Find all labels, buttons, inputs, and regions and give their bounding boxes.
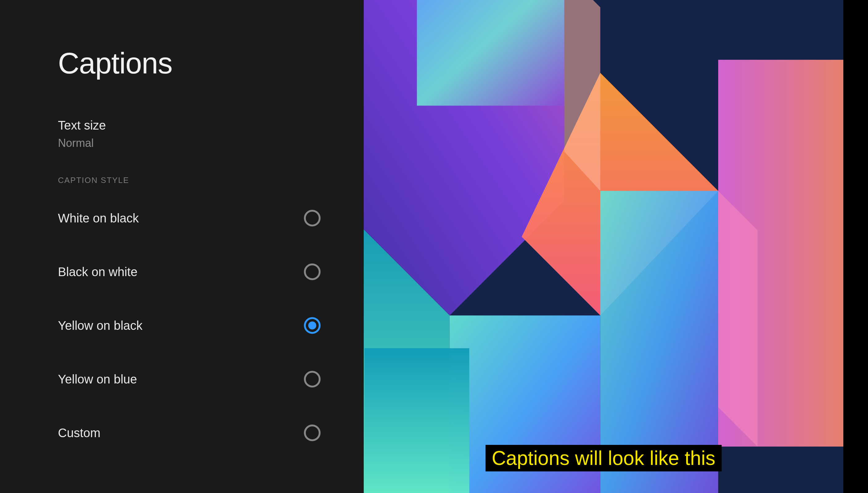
style-label: Black on white (58, 265, 137, 279)
text-size-value: Normal (58, 137, 106, 150)
text-size-row[interactable]: Text size Normal (58, 108, 321, 160)
style-yellow-on-black[interactable]: Yellow on black (58, 299, 321, 352)
svg-marker-5 (417, 0, 564, 106)
caption-sample-text: Captions will look like this (485, 445, 722, 471)
style-label: Yellow on blue (58, 372, 137, 386)
radio-icon[interactable] (304, 425, 321, 441)
scroll-clip (58, 92, 364, 99)
style-white-on-black[interactable]: White on black (58, 191, 321, 245)
caption-style-header: Caption style (58, 160, 321, 191)
style-yellow-on-blue[interactable]: Yellow on blue (58, 352, 321, 406)
settings-body: Default Text size Normal Caption style W… (58, 92, 364, 490)
settings-scroll[interactable]: Default Text size Normal Caption style W… (58, 92, 321, 460)
style-label: White on black (58, 211, 139, 225)
style-custom[interactable]: Custom (58, 406, 321, 460)
style-label: Yellow on black (58, 319, 142, 333)
radio-icon[interactable] (304, 371, 321, 387)
radio-icon[interactable] (304, 317, 321, 334)
radio-icon[interactable] (304, 263, 321, 280)
style-black-on-white[interactable]: Black on white (58, 245, 321, 299)
right-letterbox (843, 0, 868, 493)
preview-background-art (364, 0, 843, 493)
page-title: Captions (58, 46, 364, 80)
settings-panel: Captions Default Text size Normal Captio… (0, 0, 364, 493)
text-size-label: Text size (58, 119, 106, 132)
radio-icon[interactable] (304, 210, 321, 227)
svg-marker-8 (365, 348, 470, 493)
svg-marker-10 (718, 191, 758, 447)
caption-preview: Captions will look like this (364, 0, 843, 493)
style-label: Custom (58, 426, 100, 440)
